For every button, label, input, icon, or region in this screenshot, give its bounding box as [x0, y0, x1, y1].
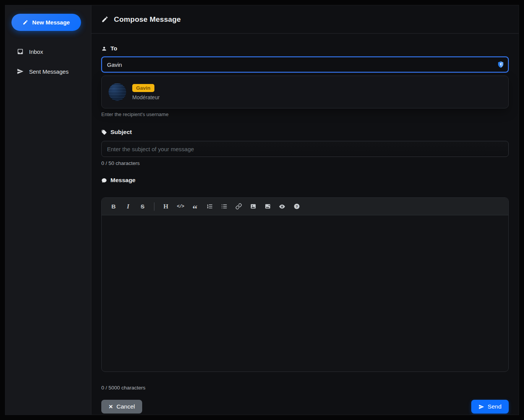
link-icon	[235, 203, 242, 210]
new-message-button[interactable]: New Message	[11, 14, 81, 31]
message-counter: 0 / 5000 characters	[101, 385, 509, 391]
sidebar-nav: Inbox Sent Messages	[11, 44, 85, 79]
message-field-group: Message B I S H </> “	[101, 177, 509, 391]
send-button[interactable]: Send	[471, 400, 509, 414]
sidebar: New Message Inbox Sent Messages	[5, 5, 91, 415]
pencil-icon	[101, 16, 109, 23]
to-input[interactable]	[101, 57, 509, 73]
strikethrough-icon: S	[141, 203, 144, 210]
upload-image-icon	[264, 203, 271, 210]
new-message-label: New Message	[32, 19, 70, 26]
bold-icon: B	[111, 203, 115, 210]
paper-plane-icon	[17, 68, 24, 75]
sidebar-item-label: Inbox	[29, 48, 43, 55]
image-button[interactable]	[247, 200, 260, 213]
code-button[interactable]: </>	[174, 200, 187, 213]
username-badge: Gavin	[132, 84, 154, 92]
upload-image-button[interactable]	[261, 200, 274, 213]
ordered-list-button[interactable]	[203, 200, 216, 213]
form-actions: ✕ Cancel Send	[101, 400, 509, 414]
to-input-wrapper	[101, 57, 509, 73]
pencil-icon	[23, 19, 28, 25]
chat-bubble-icon	[101, 178, 107, 183]
help-button[interactable]: ?	[290, 200, 303, 213]
message-label: Message	[101, 177, 509, 184]
cancel-button[interactable]: ✕ Cancel	[101, 400, 142, 414]
sidebar-item-inbox[interactable]: Inbox	[11, 44, 85, 59]
main-panel: Compose Message To	[91, 5, 519, 415]
code-icon: </>	[177, 204, 184, 209]
inbox-icon	[17, 48, 24, 55]
tag-icon	[101, 129, 107, 135]
unordered-list-button[interactable]	[217, 200, 230, 213]
ordered-list-icon	[206, 203, 213, 210]
message-textarea[interactable]	[102, 215, 508, 372]
subject-counter: 0 / 50 characters	[101, 160, 509, 166]
to-label: To	[101, 45, 509, 52]
subject-input[interactable]	[101, 141, 509, 157]
heading-icon: H	[164, 203, 169, 210]
password-manager-shield-icon[interactable]	[496, 60, 505, 69]
message-editor: B I S H </> “	[101, 197, 509, 372]
editor-toolbar: B I S H </> “	[102, 198, 508, 215]
link-button[interactable]	[232, 200, 245, 213]
paper-plane-icon	[479, 404, 484, 410]
preview-button[interactable]	[276, 200, 289, 213]
recipient-suggestion-item[interactable]: Gavin Modérateur	[101, 76, 509, 108]
user-role: Modérateur	[132, 94, 160, 100]
sidebar-item-label: Sent Messages	[29, 68, 68, 75]
help-icon: ?	[294, 203, 300, 210]
bold-button[interactable]: B	[107, 200, 120, 213]
compose-form: To Gavin Modérateur	[91, 34, 519, 415]
app-window: New Message Inbox Sent Messages Compose …	[5, 5, 519, 415]
image-icon	[250, 203, 256, 210]
quote-icon: “	[193, 207, 198, 211]
preview-eye-icon	[279, 203, 286, 210]
italic-icon: I	[127, 203, 129, 210]
toolbar-separator	[154, 202, 154, 211]
strikethrough-button[interactable]: S	[136, 200, 149, 213]
page-header: Compose Message	[91, 5, 519, 34]
person-icon	[101, 46, 107, 52]
avatar	[109, 83, 126, 101]
quote-button[interactable]: “	[188, 200, 201, 213]
to-helper-text: Enter the recipient's username	[101, 111, 509, 117]
sidebar-item-sent-messages[interactable]: Sent Messages	[11, 64, 85, 79]
page-title: Compose Message	[114, 15, 181, 24]
editor-body	[102, 215, 508, 372]
close-x-icon: ✕	[109, 404, 113, 410]
unordered-list-icon	[221, 203, 227, 210]
italic-button[interactable]: I	[122, 200, 135, 213]
subject-field-group: Subject 0 / 50 characters	[101, 129, 509, 166]
subject-label: Subject	[101, 129, 509, 136]
svg-text:?: ?	[295, 205, 298, 208]
heading-button[interactable]: H	[159, 200, 172, 213]
